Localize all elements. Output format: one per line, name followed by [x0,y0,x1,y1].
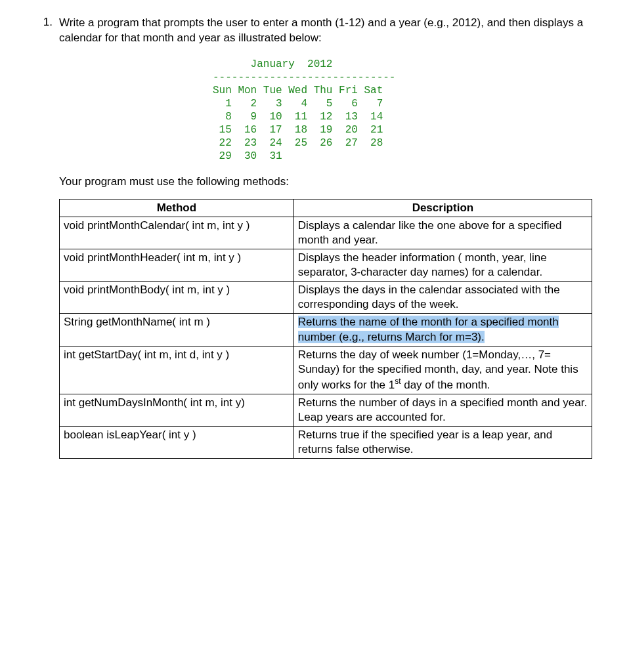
calendar-block: January 2012 ---------------------------… [213,58,592,163]
method-cell: void printMonthHeader( int m, int y ) [60,249,294,282]
calendar-title: January 2012 [213,58,332,70]
methods-intro: Your program must use the following meth… [59,175,592,190]
header-method: Method [60,199,294,217]
method-cell: void printMonthCalendar( int m, int y ) [60,217,294,249]
method-cell: boolean isLeapYear( int y ) [60,426,294,458]
calendar-rule: ----------------------------- [213,72,395,83]
table-row: String getMonthName( int m )Returns the … [60,314,592,346]
calendar-row: 29 30 31 [213,150,282,162]
method-cell: int getNumDaysInMonth( int m, int y) [60,394,294,426]
highlighted-text: Returns the name of the month for a spec… [298,316,559,343]
calendar-day-header: Sun Mon Tue Wed Thu Fri Sat [213,85,383,96]
description-cell: Displays the header information ( month,… [293,249,592,282]
problem-number: 1. [37,16,53,29]
description-cell: Returns the day of week number (1=Monday… [293,346,592,394]
method-cell: void printMonthBody( int m, int y ) [60,282,294,314]
calendar-row: 22 23 24 25 26 27 28 [213,137,383,149]
description-cell: Displays the days in the calendar associ… [293,282,592,314]
method-cell: int getStartDay( int m, int d, int y ) [60,346,294,394]
problem-text: Write a program that prompts the user to… [59,16,592,46]
table-row: int getNumDaysInMonth( int m, int y)Retu… [60,394,592,426]
description-cell: Returns the name of the month for a spec… [293,314,592,346]
description-cell: Returns the number of days in a specifie… [293,394,592,426]
calendar-example: January 2012 ---------------------------… [213,58,592,163]
table-row: void printMonthHeader( int m, int y )Dis… [60,249,592,282]
table-row: boolean isLeapYear( int y )Returns true … [60,426,592,458]
table-row: void printMonthCalendar( int m, int y )D… [60,217,592,249]
table-row: void printMonthBody( int m, int y )Displ… [60,282,592,314]
method-cell: String getMonthName( int m ) [60,314,294,346]
calendar-row: 8 9 10 11 12 13 14 [213,111,383,123]
problem-statement: 1. Write a program that prompts the user… [37,16,592,46]
calendar-row: 1 2 3 4 5 6 7 [213,98,383,110]
table-header-row: Method Description [60,199,592,217]
methods-table-body: void printMonthCalendar( int m, int y )D… [60,217,592,458]
header-description: Description [293,199,592,217]
description-cell: Returns true if the specified year is a … [293,426,592,458]
description-cell: Displays a calendar like the one above f… [293,217,592,249]
calendar-row: 15 16 17 18 19 20 21 [213,124,383,136]
methods-table: Method Description void printMonthCalend… [59,199,592,459]
table-row: int getStartDay( int m, int d, int y )Re… [60,346,592,394]
